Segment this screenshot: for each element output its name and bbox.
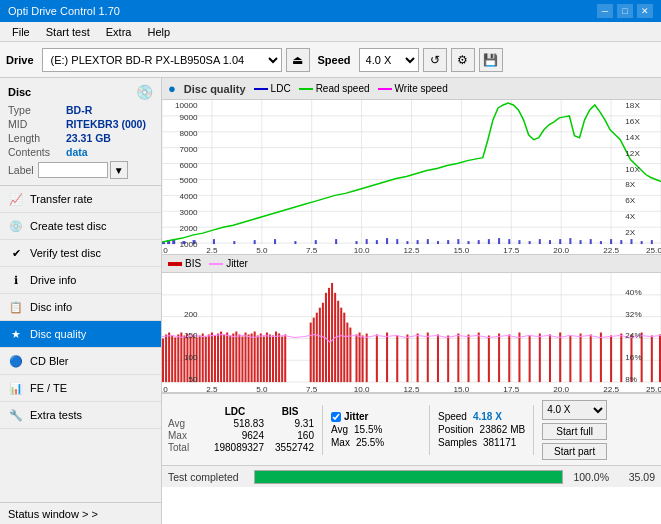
legend-write-speed: Write speed [378,83,448,94]
settings-button[interactable]: ⚙ [451,48,475,72]
sidebar-item-extra-tests[interactable]: 🔧 Extra tests [0,402,161,429]
sidebar-item-disc-info[interactable]: 📋 Disc info [0,294,161,321]
sidebar-item-disc-quality[interactable]: ★ Disc quality [0,321,161,348]
stats-divider1 [322,405,323,455]
svg-text:20.0: 20.0 [553,385,569,392]
svg-rect-148 [281,336,283,382]
refresh-button[interactable]: ↺ [423,48,447,72]
svg-rect-50 [529,241,531,244]
svg-rect-162 [346,323,348,383]
start-part-button[interactable]: Start part [542,443,607,460]
svg-text:16X: 16X [625,117,640,126]
svg-text:8X: 8X [625,181,636,190]
speed-select[interactable]: 4.0 X [359,48,419,72]
svg-rect-187 [569,335,571,382]
samples-label: Samples [438,437,477,448]
svg-text:24%: 24% [625,332,641,341]
bis-header: BIS [266,406,314,417]
speed-action-select[interactable]: 4.0 X [542,400,607,420]
svg-text:0.0: 0.0 [162,385,168,392]
legend-bis-label: BIS [185,258,201,269]
speed-row: Speed 4.18 X [438,411,525,422]
sidebar-item-cd-bler[interactable]: 🔵 CD Bler [0,348,161,375]
close-button[interactable]: ✕ [637,4,653,18]
disc-quality-icon: ★ [8,326,24,342]
titlebar: Opti Drive Control 1.70 ─ □ ✕ [0,0,661,22]
disc-label-label: Label [8,164,34,176]
start-full-button[interactable]: Start full [542,423,607,440]
sidebar-item-verify-test-disc[interactable]: ✔ Verify test disc [0,240,161,267]
right-panel: ● Disc quality LDC Read speed Write spee… [162,78,661,524]
disc-title: Disc [8,86,31,98]
legend-jitter: Jitter [209,258,248,269]
sidebar-item-create-test-disc[interactable]: 💿 Create test disc [0,213,161,240]
speed-value: 4.18 X [473,411,502,422]
menu-file[interactable]: File [4,24,38,40]
disc-label-button[interactable]: ▼ [110,161,128,179]
svg-text:8000: 8000 [180,129,199,138]
sidebar-item-drive-info[interactable]: ℹ Drive info [0,267,161,294]
svg-text:18X: 18X [625,101,640,110]
svg-text:4000: 4000 [180,192,199,201]
transfer-rate-icon: 📈 [8,191,24,207]
svg-text:50: 50 [189,375,199,384]
menu-extra[interactable]: Extra [98,24,140,40]
legend-read-speed: Read speed [299,83,370,94]
svg-text:5.0: 5.0 [256,246,268,254]
svg-rect-33 [355,241,357,244]
eject-button[interactable]: ⏏ [286,48,310,72]
maximize-button[interactable]: □ [617,4,633,18]
ldc-max: 9624 [206,430,264,441]
svg-rect-60 [630,239,632,244]
legend-jitter-label: Jitter [226,258,248,269]
svg-rect-191 [610,335,612,382]
sidebar-item-fe-te[interactable]: 📊 FE / TE [0,375,161,402]
svg-text:100: 100 [184,353,198,362]
svg-rect-127 [217,333,219,382]
disc-contents-value: data [66,146,88,158]
svg-text:40%: 40% [625,288,641,297]
drive-select[interactable]: (E:) PLEXTOR BD-R PX-LB950SA 1.04 [42,48,282,72]
svg-rect-145 [272,335,274,382]
svg-text:2.5: 2.5 [206,246,218,254]
svg-rect-37 [396,239,398,244]
sidebar-item-label: FE / TE [30,382,67,394]
svg-text:8%: 8% [625,375,637,384]
svg-rect-123 [205,336,207,382]
menu-start-test[interactable]: Start test [38,24,98,40]
svg-rect-160 [340,308,342,382]
svg-text:17.5: 17.5 [503,246,519,254]
svg-rect-40 [427,239,429,244]
save-button[interactable]: 💾 [479,48,503,72]
action-section: 4.0 X Start full Start part [542,400,607,460]
status-window-button[interactable]: Status window > > [0,502,161,524]
menubar: File Start test Extra Help [0,22,661,42]
svg-rect-175 [447,335,449,382]
stats-bar: LDC BIS Avg 518.83 9.31 Max 9624 160 Tot… [162,393,661,465]
svg-rect-113 [174,337,176,382]
disc-info-icon: 📋 [8,299,24,315]
disc-label-input[interactable] [38,162,108,178]
svg-rect-190 [600,333,602,383]
bis-max: 160 [266,430,314,441]
speed-label: Speed [438,411,467,422]
fe-te-icon: 📊 [8,380,24,396]
svg-rect-27 [233,241,235,244]
minimize-button[interactable]: ─ [597,4,613,18]
jitter-checkbox[interactable] [331,412,341,422]
sidebar-item-transfer-rate[interactable]: 📈 Transfer rate [0,186,161,213]
svg-rect-114 [177,334,179,382]
svg-rect-154 [322,303,324,382]
svg-rect-39 [417,240,419,244]
menu-help[interactable]: Help [139,24,178,40]
svg-text:7000: 7000 [180,145,199,154]
jitter-avg-value: 15.5% [354,424,382,435]
svg-text:32%: 32% [625,310,641,319]
svg-rect-149 [284,334,286,382]
stats-divider2 [429,405,430,455]
svg-rect-147 [278,333,280,382]
svg-rect-111 [168,333,170,383]
legend-write-speed-label: Write speed [395,83,448,94]
disc-contents-row: Contents data [8,146,153,158]
bis-total: 3552742 [266,442,314,453]
